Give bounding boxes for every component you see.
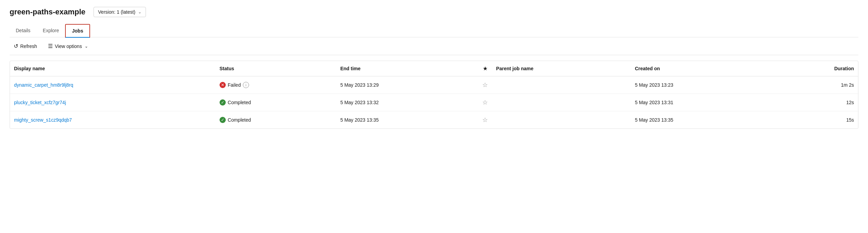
- star-icon[interactable]: ☆: [482, 82, 488, 88]
- col-star: ★: [478, 61, 492, 76]
- tab-details[interactable]: Details: [10, 24, 37, 37]
- job-duration: 1m 2s: [773, 76, 858, 94]
- job-end-time: 5 May 2023 13:32: [336, 94, 478, 111]
- tab-jobs[interactable]: Jobs: [65, 24, 90, 38]
- star-icon[interactable]: ☆: [482, 116, 488, 123]
- job-parent-name: [492, 111, 631, 129]
- col-parent-job-name: Parent job name: [492, 61, 631, 76]
- page-header: green-paths-example Version: 1 (latest) …: [10, 7, 858, 17]
- job-end-time: 5 May 2023 13:29: [336, 76, 478, 94]
- job-parent-name: [492, 94, 631, 111]
- version-label: Version: 1 (latest): [98, 9, 135, 15]
- col-status: Status: [215, 61, 336, 76]
- sliders-icon: ☰: [48, 43, 53, 49]
- view-options-button[interactable]: ☰ View options ⌄: [44, 41, 92, 51]
- job-display-name: plucky_ticket_xcfz7gr74j: [10, 94, 215, 111]
- job-display-name: mighty_screw_s1cz9qdqb7: [10, 111, 215, 129]
- col-created-on: Created on: [631, 61, 773, 76]
- col-duration: Duration: [773, 61, 858, 76]
- job-status: ✓Completed: [215, 94, 336, 111]
- table-header-row: Display name Status End time ★ Parent jo…: [10, 61, 858, 76]
- col-display-name: Display name: [10, 61, 215, 76]
- page-title: green-paths-example: [10, 8, 85, 16]
- tab-strip: Details Explore Jobs: [10, 24, 858, 37]
- job-created-on: 5 May 2023 13:31: [631, 94, 773, 111]
- job-star[interactable]: ☆: [478, 76, 492, 94]
- refresh-button[interactable]: ↺ Refresh: [10, 41, 41, 51]
- refresh-icon: ↺: [14, 43, 18, 49]
- job-end-time: 5 May 2023 13:35: [336, 111, 478, 129]
- chevron-down-icon: ⌄: [85, 44, 88, 49]
- star-header-icon: ★: [483, 66, 487, 71]
- jobs-table-container: Display name Status End time ★ Parent jo…: [10, 61, 858, 129]
- job-duration: 15s: [773, 111, 858, 129]
- chevron-down-icon: ⌄: [138, 10, 141, 14]
- tab-explore[interactable]: Explore: [37, 24, 65, 37]
- star-icon[interactable]: ☆: [482, 99, 488, 106]
- table-row: dynamic_carpet_hm8r9lj8rq✕Failedi5 May 2…: [10, 76, 858, 94]
- completed-status-icon: ✓: [220, 117, 226, 123]
- job-status: ✓Completed: [215, 111, 336, 129]
- toolbar: ↺ Refresh ☰ View options ⌄: [10, 37, 858, 55]
- refresh-label: Refresh: [20, 44, 37, 49]
- failed-status-icon: ✕: [220, 82, 226, 88]
- job-star[interactable]: ☆: [478, 111, 492, 129]
- col-end-time: End time: [336, 61, 478, 76]
- table-row: plucky_ticket_xcfz7gr74j✓Completed5 May …: [10, 94, 858, 111]
- job-display-name: dynamic_carpet_hm8r9lj8rq: [10, 76, 215, 94]
- page-container: green-paths-example Version: 1 (latest) …: [0, 0, 868, 233]
- jobs-table: Display name Status End time ★ Parent jo…: [10, 61, 858, 128]
- job-name-link[interactable]: plucky_ticket_xcfz7gr74j: [14, 100, 66, 105]
- job-parent-name: [492, 76, 631, 94]
- version-dropdown[interactable]: Version: 1 (latest) ⌄: [94, 7, 146, 17]
- job-name-link[interactable]: mighty_screw_s1cz9qdqb7: [14, 117, 72, 123]
- job-name-link[interactable]: dynamic_carpet_hm8r9lj8rq: [14, 82, 73, 88]
- job-duration: 12s: [773, 94, 858, 111]
- completed-status-icon: ✓: [220, 99, 226, 106]
- status-text: Completed: [228, 117, 251, 123]
- status-text: Failed: [228, 82, 241, 88]
- job-status: ✕Failedi: [215, 76, 336, 94]
- job-created-on: 5 May 2023 13:35: [631, 111, 773, 129]
- table-row: mighty_screw_s1cz9qdqb7✓Completed5 May 2…: [10, 111, 858, 129]
- job-created-on: 5 May 2023 13:23: [631, 76, 773, 94]
- info-icon[interactable]: i: [243, 82, 249, 88]
- status-text: Completed: [228, 100, 251, 105]
- view-options-label: View options: [55, 44, 82, 49]
- job-star[interactable]: ☆: [478, 94, 492, 111]
